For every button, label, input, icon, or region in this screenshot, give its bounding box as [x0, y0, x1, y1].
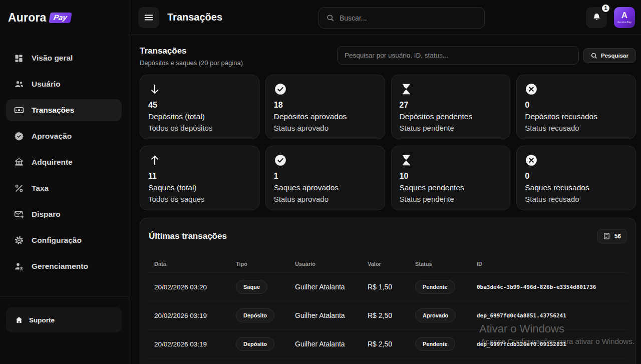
status-badge: Aprovado [415, 308, 456, 322]
transactions-count-badge: 56 [597, 229, 627, 243]
app-root: Aurora Pay Visão geral Usuário Transaçõe… [0, 0, 641, 364]
arrow-down-icon [148, 83, 251, 97]
sidebar-item-disparo[interactable]: Disparo [6, 203, 122, 225]
column-header-usuario: Usuário [295, 261, 368, 267]
banknote-icon [14, 105, 24, 115]
stat-value: 18 [274, 101, 377, 110]
stat-value: 1 [274, 172, 377, 181]
stat-sublabel: Todos os depósitos [148, 124, 251, 132]
type-badge: Saque [236, 280, 267, 294]
stat-card-depositos-aprovados: 18 Depósitos aprovados Status aprovado [265, 75, 385, 139]
column-header-valor: Valor [368, 261, 415, 267]
page-header: Transações Depósitos e saques (20 por pá… [140, 46, 636, 67]
stat-card-saques-aprovados: 1 Saques aprovados Status aprovado [265, 146, 385, 210]
topbar-search-input[interactable] [340, 14, 477, 22]
cell-user: Guilher Atalanta [295, 283, 368, 291]
cell-value: R$ 2,50 [368, 340, 415, 348]
stat-value: 0 [525, 172, 627, 181]
stat-label: Saques recusados [525, 183, 627, 192]
notification-badge: 1 [601, 4, 610, 13]
topbar: Transações 1 A Aurora Pay [129, 0, 641, 35]
stat-card-saques-recusados: 0 Saques recusados Status recusado [516, 146, 636, 210]
table-header-row: DataTipoUsuárioValorStatusID [148, 250, 627, 273]
hourglass-icon [400, 154, 502, 168]
sidebar-item-label: Usuário [32, 80, 61, 89]
stat-label: Saques pendentes [400, 183, 502, 192]
brand-logo[interactable]: Aurora Pay [0, 0, 129, 35]
sidebar-item-gerenciamento[interactable]: Gerenciamento [6, 255, 122, 277]
stat-sublabel: Status recusado [525, 124, 627, 132]
sidebar-item-visao-geral[interactable]: Visão geral [6, 47, 122, 69]
cell-id: 0ba3de4c-3b99-496d-826b-e3354d801736 [477, 284, 621, 290]
status-badge: Pendente [415, 280, 455, 294]
check-circle-icon [274, 83, 377, 97]
stat-label: Depósitos pendentes [400, 112, 502, 121]
main-area: Transações 1 A Aurora Pay Transações Dep [129, 0, 641, 364]
sidebar: Aurora Pay Visão geral Usuário Transaçõe… [0, 0, 129, 364]
sidebar-item-taxa[interactable]: Taxa [6, 177, 122, 199]
users-icon [14, 79, 24, 89]
table-row: 20/02/2026 03:17 Depósito Guilher Atalan… [148, 358, 627, 364]
cell-id: dep_6997fd0c4a8851.43756241 [477, 312, 621, 319]
receipt-icon [603, 232, 610, 240]
stat-value: 10 [400, 172, 502, 181]
page-header-titles: Transações Depósitos e saques (20 por pá… [140, 46, 243, 67]
sidebar-item-label: Transações [32, 106, 74, 115]
search-icon [326, 14, 335, 22]
user-gear-icon [14, 261, 24, 271]
stat-sublabel: Status aprovado [274, 124, 377, 132]
check-circle-icon [274, 154, 377, 168]
bell-icon [592, 13, 601, 22]
stat-sublabel: Status aprovado [274, 195, 377, 203]
sidebar-item-label: Taxa [32, 184, 49, 193]
stat-sublabel: Todos os saques [148, 195, 251, 203]
cell-id: dep_6997fcdb326ef0.09152831 [477, 341, 621, 347]
sidebar-item-configuracao[interactable]: Configuração [6, 229, 122, 251]
page-title: Transações [140, 46, 243, 56]
menu-button[interactable] [138, 7, 159, 28]
transactions-title: Últimas transações [149, 231, 227, 241]
avatar-letter: A [621, 11, 627, 20]
transactions-card: Últimas transações 56 DataTipoUsuárioVal… [140, 218, 636, 364]
sidebar-item-label: Aprovação [32, 132, 72, 141]
sidebar-item-adquirente[interactable]: Adquirente [6, 151, 122, 173]
mail-send-icon [14, 209, 24, 219]
stat-value: 11 [148, 172, 251, 181]
type-badge: Depósito [236, 337, 274, 351]
sidebar-item-aprovacao[interactable]: Aprovação [6, 125, 122, 147]
stat-value: 27 [400, 101, 502, 110]
cell-value: R$ 1,50 [368, 283, 415, 291]
stat-label: Depósitos (total) [148, 112, 251, 121]
transactions-count: 56 [614, 233, 621, 240]
stat-label: Depósitos aprovados [274, 112, 377, 121]
stat-card-saques-pendentes: 10 Saques pendentes Status pendente [391, 146, 511, 210]
stat-card-depositos-pendentes: 27 Depósitos pendentes Status pendente [391, 75, 511, 139]
cell-user: Guilher Atalanta [295, 311, 368, 319]
sidebar-item-usuario[interactable]: Usuário [6, 73, 122, 95]
status-badge: Pendente [415, 337, 455, 351]
avatar-caption: Aurora Pay [617, 21, 631, 24]
topbar-title: Transações [167, 12, 222, 23]
stat-label: Depósitos recusados [525, 112, 627, 121]
transactions-card-header: Últimas transações 56 [148, 226, 627, 243]
hamburger-icon [143, 12, 154, 23]
table-body: 20/02/2026 03:20 Saque Guilher Atalanta … [148, 273, 627, 364]
table-row: 20/02/2026 03:19 Depósito Guilher Atalan… [148, 301, 627, 330]
transactions-search-input[interactable] [337, 46, 579, 65]
sidebar-item-suporte[interactable]: Suporte [6, 307, 122, 332]
bank-icon [14, 157, 24, 167]
hourglass-icon [400, 83, 502, 97]
stat-sublabel: Status recusado [525, 195, 627, 203]
cell-user: Guilher Atalanta [295, 340, 368, 348]
sidebar-item-label: Visão geral [32, 54, 73, 63]
page-subtitle: Depósitos e saques (20 por página) [140, 59, 243, 67]
search-button[interactable]: Pesquisar [583, 48, 636, 63]
stat-cards-grid: 45 Depósitos (total) Todos os depósitos … [140, 75, 636, 210]
type-badge: Depósito [236, 308, 274, 322]
stat-card-saques-total-: 11 Saques (total) Todos os saques [140, 146, 259, 210]
brand-name: Aurora [8, 11, 47, 25]
stat-value: 45 [148, 101, 251, 110]
avatar[interactable]: A Aurora Pay [614, 7, 635, 28]
column-header-status: Status [415, 261, 477, 267]
sidebar-item-transacoes[interactable]: Transações [6, 99, 122, 121]
